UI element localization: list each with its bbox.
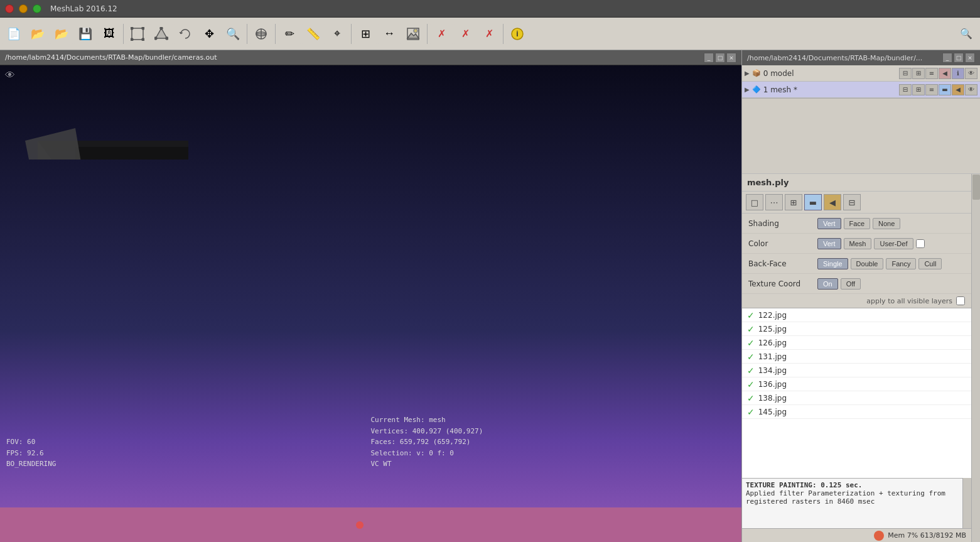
select-vert-button[interactable]: [126, 23, 149, 45]
right-maximize[interactable]: □: [954, 53, 964, 63]
maximize-button[interactable]: [33, 4, 41, 13]
layer-row-1[interactable]: ▶ 🔷 1 mesh * ⊟ ⊞ ≡ ▬ ◀ 👁: [742, 82, 980, 98]
texture-row-4[interactable]: ✓ 134.jpg: [742, 364, 971, 377]
layer-1-info[interactable]: ◀: [952, 84, 964, 95]
texture-row-0[interactable]: ✓ 122.jpg: [742, 308, 971, 322]
layer-1-dup[interactable]: ⊞: [912, 84, 925, 95]
layer-1-color[interactable]: ▬: [939, 84, 951, 95]
log-area: TEXTURE PAINTING: 0.125 sec. Applied fil…: [742, 478, 971, 528]
viewport-close[interactable]: ×: [726, 53, 736, 63]
texture-6-name: 138.jpg: [758, 394, 787, 403]
color-vert-button[interactable]: Vert: [817, 238, 841, 249]
texture-7-check: ✓: [747, 407, 755, 417]
prop-btn-solid[interactable]: ▬: [804, 194, 822, 210]
delete3-button[interactable]: ✗: [478, 23, 500, 45]
3d-viewport[interactable]: 👁: [0, 65, 741, 507]
delete2-button[interactable]: ✗: [454, 23, 477, 45]
backface-double-button[interactable]: Double: [851, 258, 884, 269]
right-panel-scrollbar-thumb[interactable]: [972, 175, 980, 200]
layer-row-0[interactable]: ▶ 📦 0 model ⊟ ⊞ ≡ ◀ ℹ 👁: [742, 65, 980, 82]
right-close[interactable]: ×: [965, 53, 975, 63]
layer-1-view[interactable]: ≡: [925, 84, 938, 95]
zoom-button[interactable]: 🔍: [222, 23, 244, 45]
texture-0-check: ✓: [747, 310, 755, 320]
texture-row-3[interactable]: ✓ 131.jpg: [742, 350, 971, 364]
align-button[interactable]: ⊞: [354, 23, 377, 45]
apply-all-checkbox[interactable]: [956, 296, 965, 305]
texcoord-on-button[interactable]: On: [817, 278, 838, 290]
rotate-button[interactable]: [174, 23, 197, 45]
texcoord-off-button[interactable]: Off: [841, 278, 861, 290]
log-scrollbar[interactable]: [962, 478, 971, 528]
backface-fancy-button[interactable]: Fancy: [886, 258, 916, 269]
texture-row-5[interactable]: ✓ 136.jpg: [742, 377, 971, 391]
open-button[interactable]: 📂: [26, 23, 49, 45]
icp-button[interactable]: ↔: [378, 23, 401, 45]
color-checkbox[interactable]: [916, 239, 925, 248]
prop-btn-wireframe[interactable]: ⊞: [785, 194, 802, 210]
svg-rect-0: [132, 28, 143, 40]
shading-row: Shading Vert Face None: [742, 214, 971, 234]
backface-single-button[interactable]: Single: [817, 258, 848, 269]
backface-cull-button[interactable]: Cull: [918, 258, 942, 269]
viewport-maximize[interactable]: □: [715, 53, 725, 63]
svg-point-1: [131, 27, 133, 30]
new-button[interactable]: 📄: [3, 23, 25, 45]
prop-btn-points[interactable]: ⋯: [765, 194, 783, 210]
timeline-slider[interactable]: [356, 521, 363, 529]
right-panel-titlebar: /home/labm2414/Documents/RTAB-Map/bundle…: [742, 50, 980, 65]
select-face-button[interactable]: [150, 23, 173, 45]
search-toolbar-button[interactable]: 🔍: [955, 23, 977, 45]
pan-button[interactable]: ✥: [198, 23, 220, 45]
save-button[interactable]: 💾: [74, 23, 97, 45]
layer-1-copy[interactable]: ⊟: [899, 84, 912, 95]
minimize-button[interactable]: [19, 4, 28, 13]
color-mesh-button[interactable]: Mesh: [844, 238, 872, 249]
layer-1-arrow: ▶: [745, 86, 750, 93]
layer-0-copy[interactable]: ⊟: [899, 68, 912, 79]
viewport-status-left: FOV: 60 FPS: 92.6 BO_RENDERING: [6, 436, 56, 470]
pick-point-button[interactable]: ⌖: [326, 23, 348, 45]
texcoord-options: On Off: [817, 278, 861, 290]
svg-point-3: [131, 38, 133, 41]
layer-0-info[interactable]: ℹ: [952, 68, 964, 79]
prop-btn-radiance[interactable]: ⊟: [843, 194, 861, 210]
layer-0-color[interactable]: ◀: [939, 68, 951, 79]
color-row: Color Vert Mesh User-Def: [742, 234, 971, 254]
layer-1-eye[interactable]: 👁: [965, 84, 977, 95]
texture-row-6[interactable]: ✓ 138.jpg: [742, 391, 971, 405]
measure-button[interactable]: 📏: [302, 23, 325, 45]
right-minimize[interactable]: _: [942, 53, 952, 63]
close-button[interactable]: [5, 4, 14, 13]
viewport-minimize[interactable]: _: [704, 53, 714, 63]
annotate-button[interactable]: ✏: [278, 23, 301, 45]
right-panel-scrollbar[interactable]: [971, 174, 980, 542]
layer-0-dup[interactable]: ⊞: [912, 68, 925, 79]
texture-row-7[interactable]: ✓ 145.jpg: [742, 405, 971, 419]
raster-button[interactable]: [402, 23, 424, 45]
preview-area: [742, 99, 980, 174]
right-panel-title: /home/labm2414/Documents/RTAB-Map/bundle…: [747, 54, 922, 62]
shading-label: Shading: [748, 219, 817, 228]
color-userdef-button[interactable]: User-Def: [874, 238, 913, 249]
texture-6-check: ✓: [747, 393, 755, 403]
shading-none-button[interactable]: None: [873, 218, 900, 229]
svg-point-7: [166, 37, 168, 40]
toolbar-sep-6: [503, 24, 503, 44]
layer-0-eye[interactable]: 👁: [965, 68, 977, 79]
layer-0-label: 0 model: [763, 69, 897, 78]
info-button[interactable]: i: [506, 23, 529, 45]
trackball-button[interactable]: [250, 23, 272, 45]
prop-btn-layers[interactable]: □: [746, 194, 763, 210]
log-content: TEXTURE PAINTING: 0.125 sec. Applied fil…: [742, 478, 962, 528]
texture-3-name: 131.jpg: [758, 352, 787, 361]
texture-row-1[interactable]: ✓ 125.jpg: [742, 322, 971, 336]
layer-0-view[interactable]: ≡: [925, 68, 938, 79]
texture-row-2[interactable]: ✓ 126.jpg: [742, 336, 971, 350]
delete1-button[interactable]: ✗: [430, 23, 453, 45]
shading-vert-button[interactable]: Vert: [817, 218, 841, 229]
snapshot-button[interactable]: 🖼: [98, 23, 121, 45]
prop-btn-texture[interactable]: ◀: [824, 194, 841, 210]
open-recent-button[interactable]: 📂: [50, 23, 73, 45]
shading-face-button[interactable]: Face: [844, 218, 870, 229]
